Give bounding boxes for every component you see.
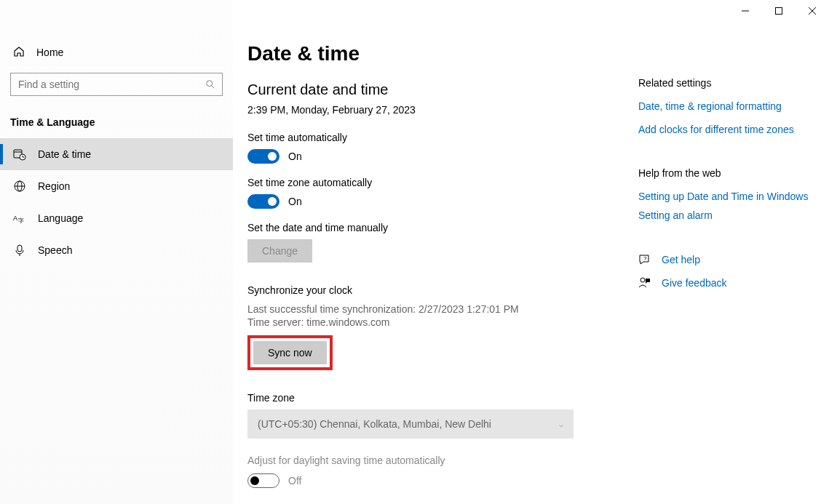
home-icon	[13, 46, 25, 60]
daylight-state: Off	[288, 475, 301, 487]
change-button: Change	[247, 239, 312, 263]
sidebar-item-date-time[interactable]: Date & time	[0, 138, 233, 170]
sidebar-item-label: Language	[38, 212, 83, 224]
sidebar-item-language[interactable]: A字 Language	[0, 202, 233, 234]
search-icon	[205, 79, 215, 89]
sidebar-item-speech[interactable]: Speech	[0, 234, 233, 266]
link-setting-alarm[interactable]: Setting an alarm	[638, 209, 813, 221]
sidebar-item-region[interactable]: Region	[0, 170, 233, 202]
set-time-auto-toggle[interactable]	[247, 149, 279, 164]
sync-last: Last successful time synchronization: 2/…	[247, 303, 611, 315]
sidebar: Home Time & Language Date & time Region …	[0, 0, 233, 504]
sidebar-item-label: Region	[38, 180, 70, 192]
timezone-dropdown: (UTC+05:30) Chennai, Kolkata, Mumbai, Ne…	[247, 409, 574, 439]
daylight-toggle	[247, 473, 279, 488]
svg-rect-16	[17, 245, 22, 252]
help-from-web-heading: Help from the web	[638, 167, 813, 179]
svg-text:?: ?	[643, 255, 647, 262]
search-input[interactable]	[10, 73, 223, 96]
feedback-icon	[638, 276, 651, 289]
set-time-auto-label: Set time automatically	[247, 132, 611, 143]
language-icon: A字	[13, 212, 26, 225]
set-tz-auto-toggle[interactable]	[247, 194, 279, 209]
link-setup-date-time[interactable]: Setting up Date and Time in Windows	[638, 191, 813, 202]
svg-point-4	[207, 81, 213, 87]
set-tz-auto-label: Set time zone automatically	[247, 177, 611, 188]
page-title: Date & time	[247, 42, 611, 65]
home-nav[interactable]: Home	[0, 36, 233, 68]
svg-point-19	[640, 278, 645, 282]
set-tz-auto-state: On	[288, 196, 302, 207]
globe-icon	[13, 180, 26, 193]
set-manual-label: Set the date and time manually	[247, 222, 611, 233]
close-button[interactable]	[796, 0, 829, 22]
sync-now-highlight: Sync now	[247, 335, 333, 370]
set-time-auto-state: On	[288, 151, 302, 162]
microphone-icon	[13, 244, 26, 257]
chevron-down-icon: ⌵	[559, 420, 563, 428]
current-date-heading: Current date and time	[247, 81, 611, 98]
svg-line-5	[212, 86, 215, 89]
get-help-icon: ?	[638, 253, 651, 266]
link-regional-formatting[interactable]: Date, time & regional formatting	[638, 100, 813, 112]
link-add-clocks[interactable]: Add clocks for different time zones	[638, 124, 813, 135]
svg-text:A: A	[13, 215, 17, 222]
sidebar-item-label: Speech	[38, 244, 72, 256]
current-date-value: 2:39 PM, Monday, February 27, 2023	[247, 104, 611, 116]
sidebar-category: Time & Language	[0, 103, 233, 138]
maximize-button[interactable]	[762, 0, 796, 22]
clock-calendar-icon	[13, 148, 26, 161]
tz-heading: Time zone	[247, 392, 611, 404]
minimize-button[interactable]	[729, 0, 762, 22]
svg-rect-1	[776, 8, 782, 15]
daylight-label: Adjust for daylight saving time automati…	[247, 455, 611, 466]
give-feedback-link[interactable]: Give feedback	[662, 277, 727, 289]
sync-heading: Synchronize your clock	[247, 284, 611, 296]
get-help-link[interactable]: Get help	[662, 254, 700, 265]
sidebar-item-label: Date & time	[38, 148, 91, 160]
svg-text:字: 字	[18, 217, 24, 224]
sync-server: Time server: time.windows.com	[247, 316, 611, 328]
timezone-value: (UTC+05:30) Chennai, Kolkata, Mumbai, Ne…	[258, 418, 491, 430]
sync-now-button[interactable]: Sync now	[253, 341, 327, 364]
home-label: Home	[36, 47, 63, 58]
related-settings-heading: Related settings	[638, 77, 813, 89]
